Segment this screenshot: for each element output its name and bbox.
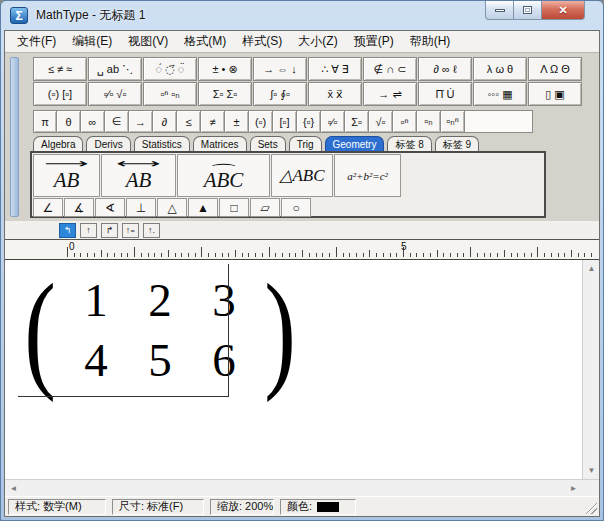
matrix-expression[interactable]: ( 1 2 3 4 5 6 ) — [18, 263, 302, 397]
matrix-cell[interactable]: 5 — [148, 335, 172, 385]
small-leq-button[interactable]: ≤ — [177, 110, 201, 133]
menu-preferences[interactable]: 预置(P) — [346, 31, 402, 52]
shape-spherical-angle[interactable]: ∢ — [95, 198, 125, 217]
tabstop-right-button[interactable]: ↱ — [101, 223, 118, 238]
palette-misc-symbols[interactable]: ∂ ∞ ℓ — [418, 57, 472, 81]
small-subsuperscript-template-button[interactable]: ▫ₙⁿ — [441, 110, 465, 133]
small-fraction-template-button[interactable]: ▫∕▫ — [321, 110, 345, 133]
palette-fence-templates[interactable]: (▫) [▫] — [33, 82, 87, 106]
matrix-cell[interactable]: 2 — [148, 275, 172, 325]
window-body: 文件(F) 编辑(E) 视图(V) 格式(M) 样式(S) 大小(Z) 预置(P… — [4, 30, 600, 517]
tab-label-8[interactable]: 标签 8 — [387, 136, 431, 152]
palette-product-set-templates[interactable]: Π̇ U̇ — [418, 82, 472, 106]
tab-derivs[interactable]: Derivs — [86, 136, 130, 152]
small-bracket-template-button[interactable]: [▫] — [273, 110, 297, 133]
restore-button[interactable] — [514, 1, 542, 20]
palette-sum-templates[interactable]: Σ▫ Σ▫ — [198, 82, 252, 106]
small-paren-template-button[interactable]: (▫) — [249, 110, 273, 133]
vertical-scrollbar[interactable]: ▲ ▼ — [582, 260, 599, 479]
tabstop-left-button[interactable]: ↰ — [59, 223, 76, 238]
status-zoom-field[interactable]: 缩放: 200% — [210, 499, 274, 515]
palette-script-templates[interactable]: ▫ⁿ ▫ₙ — [143, 82, 197, 106]
small-plusminus-button[interactable]: ± — [225, 110, 249, 133]
palette-integral-templates[interactable]: ∫▫ ∮▫ — [253, 82, 307, 106]
palette-relational-symbols[interactable]: ≤ ≠ ≈ — [33, 57, 87, 81]
menu-help[interactable]: 帮助(H) — [402, 31, 459, 52]
menu-size[interactable]: 大小(Z) — [290, 31, 345, 52]
equation-editing-area[interactable]: ( 1 2 3 4 5 6 ) — [5, 260, 582, 479]
tab-trig[interactable]: Trig — [289, 136, 322, 152]
resize-grip-icon[interactable] — [584, 501, 597, 514]
shape-triangle-outline[interactable]: △ — [157, 198, 187, 217]
palette-box-templates[interactable]: ▯ ▣ — [528, 82, 582, 106]
tpl-arc-abc[interactable]: ⌢ ABC — [177, 154, 270, 197]
tpl-triangle-abc[interactable]: △ABC — [271, 154, 333, 197]
menu-style[interactable]: 样式(S) — [234, 31, 290, 52]
tab-label-9[interactable]: 标签 9 — [435, 136, 479, 152]
small-sum-template-button[interactable]: Σ▫ — [345, 110, 369, 133]
scrollbar-corner — [582, 479, 599, 496]
palette-arrows[interactable]: → ⇔ ↓ — [253, 57, 307, 81]
status-color-field[interactable]: 颜色: — [280, 499, 356, 515]
small-neq-button[interactable]: ≠ — [201, 110, 225, 133]
tpl-pythagorean[interactable]: a²+b²=c² — [334, 154, 401, 197]
palette-embellishments[interactable]: ◌́ ◌⃗ ◌̈ — [143, 57, 197, 81]
palette-set-theory[interactable]: ∉ ∩ ⊂ — [363, 57, 417, 81]
palette-operators[interactable]: ± • ⊗ — [198, 57, 252, 81]
palette-fraction-radical-templates[interactable]: ▫∕▫ √▫ — [88, 82, 142, 106]
small-partial-button[interactable]: ∂ — [153, 110, 177, 133]
palette-greek-lowercase[interactable]: λ ω θ — [473, 57, 527, 81]
horizontal-scrollbar[interactable]: ◄ ► — [5, 479, 582, 496]
small-arrow-button[interactable]: → — [129, 110, 153, 133]
shape-parallelogram[interactable]: ▱ — [250, 198, 280, 217]
minimize-button[interactable] — [485, 1, 514, 20]
tab-matrices[interactable]: Matrices — [193, 136, 247, 152]
small-pi-button[interactable]: π — [33, 110, 57, 133]
tabstop-center-button[interactable]: ↑ — [80, 223, 97, 238]
palette-matrix-templates[interactable]: ◦◦◦ ▦ — [473, 82, 527, 106]
palette-logic[interactable]: ∴ ∀ ∃ — [308, 57, 362, 81]
scroll-up-arrow[interactable]: ▲ — [583, 260, 600, 277]
shape-perpendicular[interactable]: ⊥ — [126, 198, 156, 217]
tab-algebra[interactable]: Algebra — [33, 136, 83, 152]
toolbar-gripper[interactable] — [10, 57, 19, 217]
tpl-vector-ab[interactable]: ⟶ AB — [33, 154, 100, 197]
small-brace-template-button[interactable]: {▫} — [297, 110, 321, 133]
scroll-right-arrow[interactable]: ► — [565, 480, 582, 497]
ruler[interactable]: 0 5 — [5, 240, 599, 260]
tpl-line-ab[interactable]: ⟷ AB — [101, 154, 176, 197]
scroll-down-arrow[interactable]: ▼ — [583, 462, 600, 479]
small-subscript-template-button[interactable]: ▫ₙ — [417, 110, 441, 133]
small-element-button[interactable]: ∈ — [105, 110, 129, 133]
shape-circle[interactable]: ○ — [281, 198, 311, 217]
scroll-left-arrow[interactable]: ◄ — [5, 480, 22, 497]
menu-file[interactable]: 文件(F) — [9, 31, 64, 52]
tab-sets[interactable]: Sets — [250, 136, 286, 152]
shape-measured-angle[interactable]: ∡ — [64, 198, 94, 217]
palette-bar-arrow-templates[interactable]: x̄ x⃗ — [308, 82, 362, 106]
tab-statistics[interactable]: Statistics — [134, 136, 190, 152]
shape-angle[interactable]: ∠ — [33, 198, 63, 217]
palette-spaces-ellipses[interactable]: ␣ ab ⋱ — [88, 57, 142, 81]
tab-geometry[interactable]: Geometry — [325, 136, 385, 152]
matrix-cell[interactable]: 1 — [84, 275, 108, 325]
small-theta-button[interactable]: θ — [57, 110, 81, 133]
shape-triangle-filled[interactable]: ▲ — [188, 198, 218, 217]
matrix-cell[interactable]: 6 — [212, 335, 236, 385]
menu-edit[interactable]: 编辑(E) — [64, 31, 120, 52]
small-superscript-template-button[interactable]: ▫ⁿ — [393, 110, 417, 133]
tabstop-equal-button[interactable]: ↑₌ — [122, 223, 139, 238]
palette-labeled-arrow-templates[interactable]: → ⇌ — [363, 82, 417, 106]
close-button[interactable]: ✕ — [542, 1, 585, 20]
menu-view[interactable]: 视图(V) — [120, 31, 176, 52]
matrix-cell[interactable]: 3 — [212, 275, 236, 325]
palette-greek-uppercase[interactable]: Λ Ω Θ — [528, 57, 582, 81]
tabstop-decimal-button[interactable]: ↑. — [143, 223, 160, 238]
menu-format[interactable]: 格式(M) — [176, 31, 234, 52]
small-infinity-button[interactable]: ∞ — [81, 110, 105, 133]
shape-square[interactable]: □ — [219, 198, 249, 217]
small-sqrt-template-button[interactable]: √▫ — [369, 110, 393, 133]
matrix-cell[interactable]: 4 — [84, 335, 108, 385]
status-style-field[interactable]: 样式: 数学(M) — [8, 499, 106, 515]
status-size-field[interactable]: 尺寸: 标准(F) — [112, 499, 204, 515]
